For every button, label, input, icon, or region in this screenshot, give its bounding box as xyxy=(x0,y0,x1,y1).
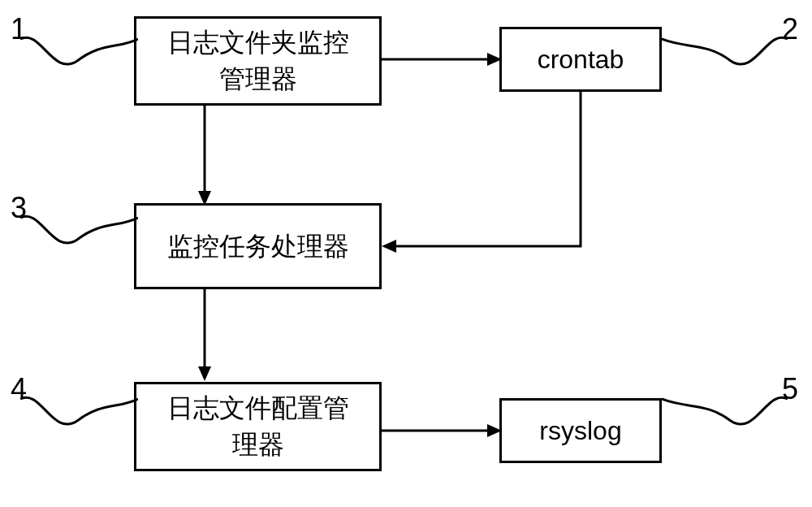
arrow-2-to-3 xyxy=(378,92,621,271)
box1-label: 日志文件夹监控管理器 xyxy=(167,24,349,98)
box-log-file-config-manager: 日志文件配置管理器 xyxy=(134,382,382,471)
squiggle-3 xyxy=(20,211,138,256)
diagram-canvas: 日志文件夹监控管理器 crontab 监控任务处理器 日志文件配置管理器 rsy… xyxy=(0,0,812,507)
svg-marker-4 xyxy=(382,240,396,253)
svg-marker-3 xyxy=(198,191,211,206)
box-rsyslog: rsyslog xyxy=(499,398,662,463)
squiggle-1 xyxy=(20,32,138,77)
box-monitor-task-processor: 监控任务处理器 xyxy=(134,203,382,289)
squiggle-4 xyxy=(20,392,138,437)
squiggle-5 xyxy=(662,392,788,437)
arrow-4-to-5 xyxy=(382,418,512,443)
svg-marker-8 xyxy=(487,424,502,437)
box2-label: crontab xyxy=(538,41,624,78)
squiggle-2 xyxy=(662,32,788,77)
arrow-1-to-3 xyxy=(192,106,217,215)
arrow-3-to-4 xyxy=(192,289,217,395)
box-log-folder-monitor-manager: 日志文件夹监控管理器 xyxy=(134,16,382,106)
svg-marker-1 xyxy=(487,53,502,66)
arrow-1-to-2 xyxy=(382,47,512,72)
box4-label: 日志文件配置管理器 xyxy=(167,390,349,463)
svg-marker-6 xyxy=(198,366,211,381)
box-crontab: crontab xyxy=(499,27,662,92)
box5-label: rsyslog xyxy=(539,413,621,449)
box3-label: 监控任务处理器 xyxy=(167,228,349,265)
